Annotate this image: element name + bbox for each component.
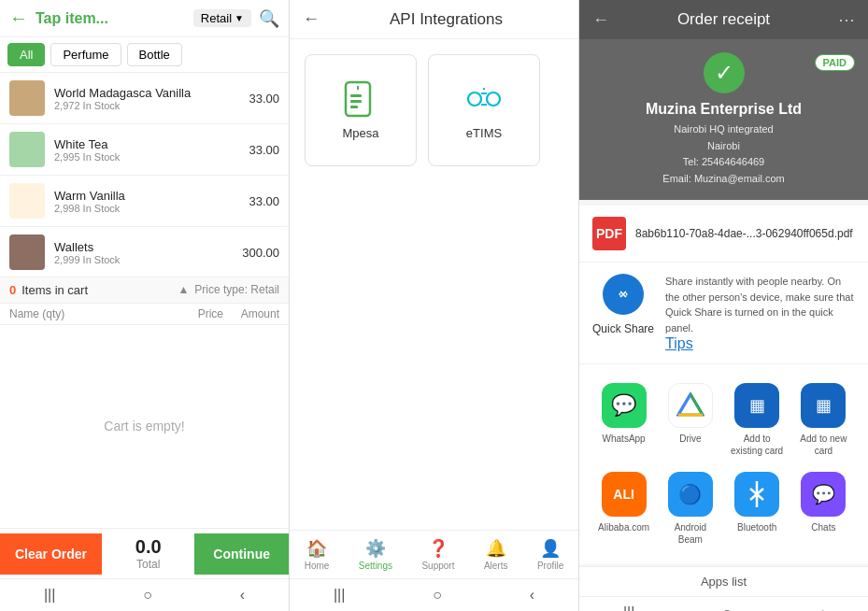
product-stock: 2,995 In Stock bbox=[54, 151, 249, 163]
product-price: 33.00 bbox=[249, 194, 279, 208]
retail-badge[interactable]: Retail ▼ bbox=[193, 9, 251, 27]
mpesa-icon bbox=[342, 80, 379, 126]
pdf-row[interactable]: PDF 8ab6b110-70a8-4dae-...3-062940ff065d… bbox=[579, 206, 868, 263]
total-section: 0.0 Total bbox=[102, 529, 194, 578]
price-type-label: Price type: Retail bbox=[194, 283, 279, 296]
api-panel: ← API Integrations Mpesa eTIMS 🏠 Home ⚙️… bbox=[290, 0, 579, 611]
filter-perfume[interactable]: Perfume bbox=[50, 43, 121, 66]
nav-profile-label: Profile bbox=[537, 561, 563, 571]
sys-nav-home-icon[interactable]: ○ bbox=[722, 604, 732, 611]
add-existing-card-icon: ▦ bbox=[734, 383, 779, 428]
etims-label: eTIMS bbox=[466, 126, 502, 140]
nav-settings[interactable]: ⚙️ Settings bbox=[351, 536, 400, 573]
product-name: White Tea bbox=[54, 137, 249, 151]
continue-button[interactable]: Continue bbox=[194, 533, 289, 575]
product-info: Wallets 2,999 In Stock bbox=[54, 240, 242, 265]
receipt-header-wrapper: ← Order receipt ⋯ ✓ PAID Muzina Enterpri… bbox=[579, 0, 868, 200]
product-img bbox=[9, 132, 45, 167]
sys-nav-menu-icon[interactable]: ||| bbox=[623, 604, 634, 611]
svg-point-6 bbox=[487, 92, 500, 106]
cart-count: 0 bbox=[9, 283, 16, 297]
product-info: World Madagasca Vanilla 2,972 In Stock bbox=[54, 86, 249, 111]
col-price-header: Price bbox=[167, 307, 223, 320]
cart-header: 0 Items in cart ▲ Price type: Retail bbox=[0, 277, 289, 304]
company-address-2: Nairobi bbox=[592, 138, 855, 155]
app-whatsapp[interactable]: 💬 WhatsApp bbox=[591, 376, 657, 464]
product-item[interactable]: World Madagasca Vanilla 2,972 In Stock 3… bbox=[0, 73, 289, 124]
nav-profile[interactable]: 👤 Profile bbox=[530, 536, 571, 573]
retail-dropdown-icon[interactable]: ▼ bbox=[235, 13, 244, 23]
api-back-icon[interactable]: ← bbox=[303, 9, 320, 29]
product-item[interactable]: Warm Vanilla 2,998 In Stock 33.00 bbox=[0, 176, 289, 227]
search-icon[interactable]: 🔍 bbox=[259, 8, 279, 29]
sys-nav-back-icon[interactable]: ‹ bbox=[819, 604, 824, 611]
nav-support[interactable]: ❓ Support bbox=[414, 536, 462, 573]
api-title: API Integrations bbox=[327, 10, 565, 29]
pos-panel: ← Tap item... Retail ▼ 🔍 All Perfume Bot… bbox=[0, 0, 290, 611]
product-img bbox=[9, 80, 45, 116]
cart-expand-icon[interactable]: ▲ bbox=[178, 283, 189, 296]
filter-all[interactable]: All bbox=[7, 43, 45, 66]
api-header: ← API Integrations bbox=[290, 0, 578, 39]
product-price: 300.00 bbox=[242, 246, 279, 260]
sys-nav-menu-icon[interactable]: ||| bbox=[334, 587, 345, 604]
sys-nav-home-icon[interactable]: ○ bbox=[433, 587, 442, 604]
settings-icon: ⚙️ bbox=[365, 538, 386, 559]
total-value: 0.0 bbox=[109, 536, 187, 558]
col-amount-header: Amount bbox=[223, 307, 279, 320]
nav-alerts[interactable]: 🔔 Alerts bbox=[477, 536, 516, 573]
app-android-beam[interactable]: 🔵 Android Beam bbox=[657, 464, 723, 553]
pos-system-nav: ||| ○ ‹ bbox=[0, 578, 289, 611]
quick-share-label: Quick Share bbox=[592, 322, 654, 335]
app-bluetooth[interactable]: Bluetooth bbox=[724, 464, 790, 553]
sys-nav-back-icon[interactable]: ‹ bbox=[240, 587, 245, 604]
nav-home[interactable]: 🏠 Home bbox=[297, 536, 337, 573]
receipt-more-icon[interactable]: ⋯ bbox=[838, 9, 855, 30]
app-chats[interactable]: 💬 Chats bbox=[790, 464, 857, 553]
etims-card[interactable]: eTIMS bbox=[428, 54, 540, 166]
receipt-system-nav: ||| ○ ‹ bbox=[579, 596, 868, 611]
apps-list-text: Apps list bbox=[592, 575, 855, 589]
app-alibaba[interactable]: ALI Alibaba.com bbox=[591, 464, 657, 553]
quick-share-tips-link[interactable]: Tips bbox=[665, 335, 693, 351]
app-drive[interactable]: Drive bbox=[657, 376, 723, 464]
product-item[interactable]: White Tea 2,995 In Stock 33.00 bbox=[0, 124, 289, 176]
share-section: PDF 8ab6b110-70a8-4dae-...3-062940ff065d… bbox=[579, 206, 868, 364]
filter-bottle[interactable]: Bottle bbox=[127, 43, 182, 66]
product-item[interactable]: Wallets 2,999 In Stock 300.00 bbox=[0, 227, 289, 277]
nav-support-label: Support bbox=[421, 561, 454, 571]
app-add-new-card[interactable]: ▦ Add to new card bbox=[790, 376, 857, 464]
product-stock: 2,972 In Stock bbox=[54, 100, 249, 111]
svg-marker-13 bbox=[678, 394, 703, 415]
company-email: Email: Muzina@email.com bbox=[592, 171, 855, 188]
etims-icon bbox=[465, 80, 503, 126]
apps-list-row[interactable]: Apps list bbox=[579, 566, 868, 596]
add-new-card-label: Add to new card bbox=[794, 433, 853, 457]
total-label: Total bbox=[109, 558, 187, 571]
product-name: Warm Vanilla bbox=[54, 189, 249, 203]
sys-nav-back-icon[interactable]: ‹ bbox=[530, 587, 534, 604]
pos-back-icon[interactable]: ← bbox=[9, 7, 28, 29]
receipt-back-icon[interactable]: ← bbox=[592, 10, 609, 30]
app-add-existing-card[interactable]: ▦ Add to existing card bbox=[724, 376, 790, 464]
api-system-nav: ||| ○ ‹ bbox=[290, 578, 578, 611]
app-grid: 💬 WhatsApp Drive ▦ Add to existing card … bbox=[579, 364, 868, 564]
clear-order-button[interactable]: Clear Order bbox=[0, 533, 102, 575]
sys-nav-home-icon[interactable]: ○ bbox=[143, 587, 152, 604]
quick-share-icon[interactable] bbox=[603, 274, 644, 315]
chats-icon: 💬 bbox=[801, 472, 846, 517]
product-stock: 2,998 In Stock bbox=[54, 203, 249, 214]
svg-line-14 bbox=[678, 394, 690, 415]
sys-nav-menu-icon[interactable]: ||| bbox=[44, 587, 55, 604]
chats-label: Chats bbox=[811, 521, 835, 533]
paid-badge: PAID bbox=[815, 54, 855, 71]
cart-label: Items in cart bbox=[21, 283, 172, 297]
cart-empty-message: Cart is empty! bbox=[0, 325, 289, 529]
api-bottom-nav: 🏠 Home ⚙️ Settings ❓ Support 🔔 Alerts 👤 … bbox=[290, 530, 578, 578]
mpesa-card[interactable]: Mpesa bbox=[305, 54, 417, 166]
api-integrations-grid: Mpesa eTIMS bbox=[290, 39, 578, 181]
product-stock: 2,999 In Stock bbox=[54, 254, 242, 265]
alibaba-label: Alibaba.com bbox=[598, 521, 649, 533]
nav-settings-label: Settings bbox=[359, 561, 392, 571]
pos-footer: Clear Order 0.0 Total Continue bbox=[0, 528, 289, 578]
